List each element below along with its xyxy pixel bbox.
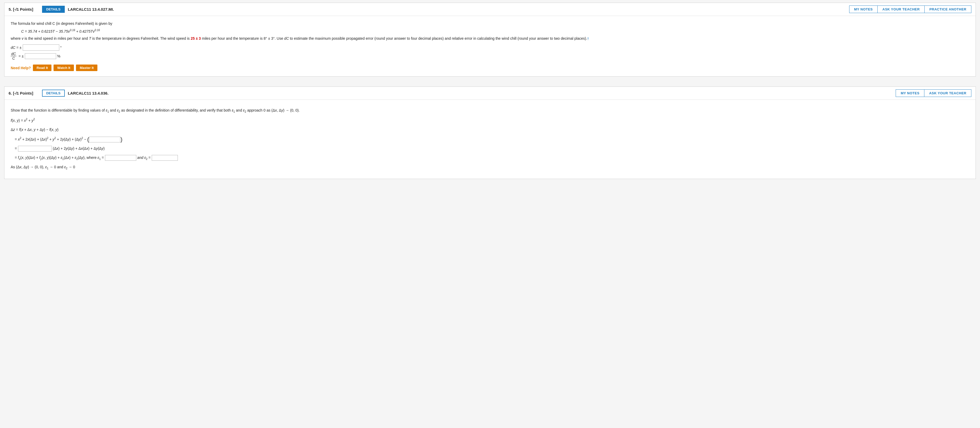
problem-5-container: 5. [-/1 Points] DETAILS LARCALC11 13.4.0… [4, 3, 976, 77]
p6-expand2: = (Δx) + 2y(Δy) + Δx(Δx) + Δy(Δy) [11, 145, 969, 152]
problem-5-header: 5. [-/1 Points] DETAILS LARCALC11 13.4.0… [5, 3, 975, 16]
problem-6-actions: MY NOTES ASK YOUR TEACHER [896, 89, 971, 97]
dc-over-c-eq: = ± [19, 54, 24, 58]
spacer [0, 79, 980, 84]
my-notes-button-5[interactable]: MY NOTES [849, 5, 878, 13]
dagger-5[interactable]: † [587, 37, 589, 40]
ask-teacher-button-6[interactable]: ASK YOUR TEACHER [924, 89, 971, 97]
dc-over-c-unit: % [57, 54, 60, 58]
my-notes-button-6[interactable]: MY NOTES [896, 89, 924, 97]
dc-input[interactable] [23, 45, 59, 51]
problem-6-number: 6. [-/1 Points] [9, 91, 40, 95]
read-it-button[interactable]: Read It [33, 64, 51, 71]
fraction-dc-over-c: dC C [11, 52, 18, 61]
expand2-input[interactable] [18, 146, 52, 152]
problem-6-num-text: 6. [9, 91, 12, 95]
details-button-5[interactable]: DETAILS [42, 6, 65, 13]
p6-conclusion: As (Δx, Δy) → (0, 0), ε1 → 0 and ε2 → 0 [11, 164, 969, 171]
problem-5-number: 5. [-/1 Points] [9, 7, 40, 11]
formula-display: C = 35.74 + 0.6215T − 35.75v0.16 + 0.427… [21, 28, 969, 35]
dc-over-c-row: dC C = ± % [11, 52, 969, 61]
practice-another-button-5[interactable]: PRACTICE ANOTHER [924, 5, 971, 13]
problem-5-description: The formula for wind chill C (in degrees… [11, 21, 969, 42]
ask-teacher-button-5[interactable]: ASK YOUR TEACHER [877, 5, 924, 13]
paren-input-group: ( ) [87, 137, 123, 142]
p6-delta-z: Δz = f(x + Δx, y + Δy) − f(x, y) [11, 126, 969, 133]
need-help-section: Need Help? Read It Watch It Master It [11, 64, 969, 71]
problem-5-actions: MY NOTES ASK YOUR TEACHER PRACTICE ANOTH… [849, 5, 971, 13]
desc-line1: The formula for wind chill C (in degrees… [11, 21, 969, 27]
need-help-label: Need Help? [11, 66, 31, 70]
dc-label: dC = ± [11, 45, 22, 50]
expand1-input[interactable] [89, 137, 120, 142]
dc-over-c-input[interactable] [25, 53, 56, 59]
problem-5-body: The formula for wind chill C (in degrees… [5, 16, 975, 76]
problem-6-body: Show that the function is differentiable… [5, 100, 975, 179]
problem-points: [-/1 Points] [13, 7, 33, 11]
eps1-input[interactable] [105, 155, 136, 161]
watch-it-button[interactable]: Watch It [54, 64, 74, 71]
desc-line2: where v is the wind speed in miles per h… [11, 35, 969, 42]
problem-6-header: 6. [-/1 Points] DETAILS LARCALC11 13.4.0… [5, 87, 975, 100]
problem-5-code: LARCALC11 13.4.027.MI. [68, 7, 114, 11]
p6-func-def: f(x, y) = x2 + y2 [11, 117, 969, 124]
p6-desc: Show that the function is differentiable… [11, 107, 969, 114]
problem-number-text: 5. [9, 7, 12, 11]
problem-6-points: [-/1 Points] [13, 91, 33, 95]
master-it-button[interactable]: Master It [76, 64, 97, 71]
problem-6-code: LARCALC11 13.4.036. [68, 91, 109, 95]
dc-answer-row: dC = ± ° [11, 45, 969, 51]
p6-final-form: = fx(x, y)(Δx) + fy(x, y)(Δy) + ε1(Δx) +… [11, 155, 969, 161]
problem-6-container: 6. [-/1 Points] DETAILS LARCALC11 13.4.0… [4, 86, 976, 179]
details-button-6[interactable]: DETAILS [42, 89, 65, 97]
eps2-input[interactable] [152, 155, 178, 161]
p6-expand1: = x2 + 2x(Δx) + (Δx)2 + y2 + 2y(Δy) + (Δ… [11, 136, 969, 143]
dc-unit: ° [60, 45, 62, 50]
